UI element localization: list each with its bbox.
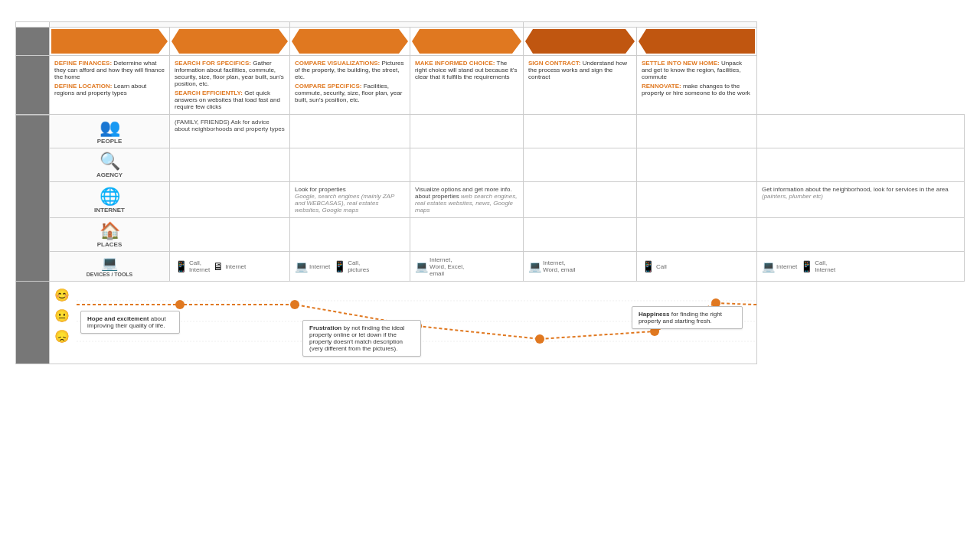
internet-define bbox=[170, 182, 290, 218]
agency-define bbox=[170, 148, 290, 182]
devices-contract: 📱 Call bbox=[637, 252, 757, 282]
goal-choose: MAKE INFORMED CHOICE: The right choice w… bbox=[410, 56, 524, 115]
svg-point-6 bbox=[535, 334, 544, 344]
goal-search: SEARCH FOR SPECIFICS: Gather information… bbox=[170, 56, 290, 115]
callout-hope: Hope and excitement about improving thei… bbox=[80, 311, 180, 334]
action-choose bbox=[410, 28, 524, 56]
devices-label: DEVICES / TOOLS bbox=[53, 272, 166, 278]
people-icon: 👥 bbox=[53, 118, 166, 138]
action-contract bbox=[524, 28, 637, 56]
satisfaction-area: 😊 😐 😞 bbox=[50, 282, 757, 364]
places-define bbox=[170, 218, 290, 252]
action-label bbox=[16, 28, 50, 56]
devices-compare: 💻 Internet,Word, Excel,email bbox=[410, 252, 524, 282]
action-move bbox=[637, 28, 757, 56]
agency-choose bbox=[524, 148, 637, 182]
agency-search bbox=[290, 148, 410, 182]
satisfaction-label bbox=[16, 282, 50, 364]
internet-icon: 🌐 bbox=[53, 187, 166, 207]
people-define: (FAMILY, FRIENDS) Ask for advice about n… bbox=[170, 115, 290, 148]
phase-before bbox=[50, 22, 290, 28]
places-search bbox=[290, 218, 410, 252]
goal-move: SETTLE INTO NEW HOME: Unpack and get to … bbox=[637, 56, 757, 115]
places-label: PLACES bbox=[53, 241, 166, 248]
places-container: 🏠 PLACES bbox=[50, 218, 170, 252]
callout-frustration: Frustration by not finding the ideal pro… bbox=[302, 320, 421, 357]
internet-move: Get information about the neighborhood, … bbox=[757, 182, 965, 218]
agency-container: 🔍 AGENCY bbox=[50, 148, 170, 182]
svg-point-3 bbox=[175, 300, 185, 309]
agency-label: AGENCY bbox=[53, 171, 166, 178]
callout-happiness: Happiness for finding the right property… bbox=[632, 306, 743, 329]
agency-compare bbox=[410, 148, 524, 182]
places-icon: 🏠 bbox=[53, 221, 166, 241]
goal-define: DEFINE FINANCES: Determine what they can… bbox=[50, 56, 170, 115]
places-compare bbox=[410, 218, 524, 252]
internet-compare: Visualize options and get more info. abo… bbox=[410, 182, 524, 218]
places-choose bbox=[524, 218, 637, 252]
action-define bbox=[50, 28, 170, 56]
places-move bbox=[757, 218, 965, 252]
people-label: PEOPLE bbox=[53, 138, 166, 145]
phase-after bbox=[524, 22, 757, 28]
devices-search: 💻 Internet 📱 Call,pictures bbox=[290, 252, 410, 282]
people-search bbox=[290, 115, 410, 148]
devices-define: 📱 Call,Internet 🖥 Internet bbox=[170, 252, 290, 282]
goal-compare: COMPARE VISUALIZATIONS: Pictures of the … bbox=[290, 56, 410, 115]
internet-choose bbox=[524, 182, 637, 218]
internet-search: Look for properties Google, search engin… bbox=[290, 182, 410, 218]
agency-move bbox=[757, 148, 965, 182]
devices-container: 💻 DEVICES / TOOLS bbox=[50, 252, 170, 282]
people-contract bbox=[637, 115, 757, 148]
devices-move: 💻 Internet 📱 Call,Internet bbox=[757, 252, 965, 282]
internet-label: INTERNET bbox=[53, 207, 166, 214]
people-choose bbox=[524, 115, 637, 148]
people-compare bbox=[410, 115, 524, 148]
people-move bbox=[757, 115, 965, 148]
internet-contract bbox=[637, 182, 757, 218]
touchpoints-label bbox=[16, 115, 50, 282]
action-search bbox=[170, 28, 290, 56]
agency-contract bbox=[637, 148, 757, 182]
places-contract bbox=[637, 218, 757, 252]
devices-icon: 💻 bbox=[53, 255, 166, 272]
action-compare bbox=[290, 28, 410, 56]
goal-contract: SIGN CONTRACT: Understand how the proces… bbox=[524, 56, 637, 115]
svg-point-4 bbox=[290, 300, 299, 309]
agency-icon: 🔍 bbox=[53, 152, 166, 171]
internet-container: 🌐 INTERNET bbox=[50, 182, 170, 218]
phase-during bbox=[290, 22, 524, 28]
devices-choose: 💻 Internet,Word, email bbox=[524, 252, 637, 282]
goal-label bbox=[16, 56, 50, 115]
